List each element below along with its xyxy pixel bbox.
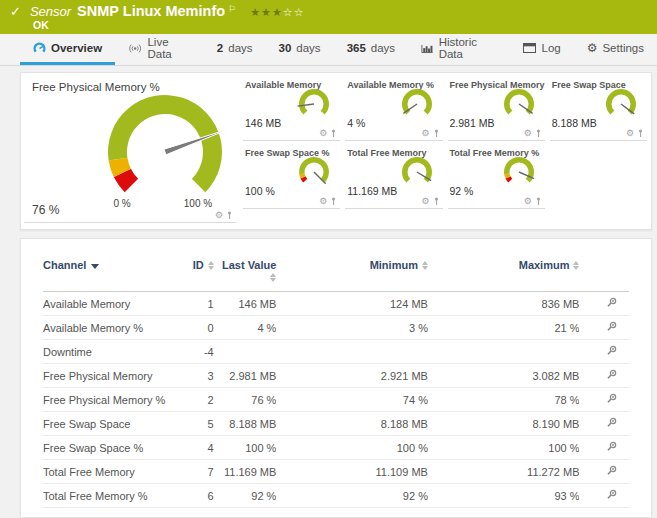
channel-name-cell[interactable]: Free Physical Memory [43,364,169,388]
table-row[interactable]: Free Swap Space % 4 100 % 100 % 100 % [43,436,629,460]
live-data-icon [128,43,142,54]
channel-id-cell: 2 [169,388,213,412]
pin-icon[interactable] [433,129,440,138]
tab-number: 30 [279,42,292,54]
channel-table-panel: Channel ID Last Value Minimum Maximum Av… [20,238,652,518]
priority-stars[interactable]: ★★★☆☆ [250,6,304,19]
gear-icon[interactable]: ⚙ [421,129,429,138]
table-row[interactable]: Available Memory 1 146 MB 124 MB 836 MB [43,292,629,316]
tab-overview[interactable]: Overview [20,34,115,65]
maximum-cell: 3.082 MB [428,364,580,388]
gear-icon[interactable]: ⚙ [626,129,634,138]
sort-icon [573,261,579,270]
table-row[interactable]: Downtime -4 [43,340,629,364]
flag-icon[interactable]: ⚐ [228,4,236,14]
table-row[interactable]: Free Physical Memory 3 2.981 MB 2.921 MB… [43,364,629,388]
main-gauge-tile: Free Physical Memory % 0 % 100 % 76 % ⚙ [24,76,236,223]
maximum-cell: 100 % [428,436,580,460]
pin-icon[interactable] [330,197,337,206]
tab-log[interactable]: Log [510,34,573,65]
channel-id-cell: 7 [169,460,213,484]
pin-icon[interactable] [433,197,440,206]
channel-name-cell[interactable]: Available Memory [43,292,169,316]
channel-name-cell[interactable]: Total Free Memory % [43,484,169,508]
sort-icon [422,261,428,270]
maximum-cell: 836 MB [428,292,580,316]
historic-data-icon [421,43,434,54]
channel-settings-wrench-icon[interactable] [606,393,617,404]
channel-id-cell: 4 [169,436,213,460]
last-value-cell: 4 % [214,316,277,340]
pin-icon[interactable] [535,197,542,206]
overview-gauge-icon [33,42,46,55]
tab-label: Overview [51,42,102,54]
pin-icon[interactable] [535,129,542,138]
tab-2-days[interactable]: 2 days [204,34,266,65]
channel-settings-wrench-icon[interactable] [606,297,617,308]
channel-id-cell: 1 [169,292,213,316]
tab-label: Log [541,42,560,54]
channel-id-cell: 6 [169,484,213,508]
channel-settings-wrench-icon[interactable] [606,369,617,380]
channel-name-cell[interactable]: Downtime [43,340,169,364]
sort-icon [208,261,214,270]
channel-name-cell[interactable]: Free Physical Memory % [43,388,169,412]
channel-table: Channel ID Last Value Minimum Maximum Av… [43,257,629,508]
channel-settings-wrench-icon[interactable] [606,489,617,500]
tab-settings[interactable]: ⚙ Settings [574,34,657,65]
channel-settings-wrench-icon[interactable] [606,321,617,332]
gauge-tile: Available Memory % 4 % ⚙ [345,76,442,141]
table-row[interactable]: Total Free Memory % 6 92 % 92 % 93 % [43,484,629,508]
tab-historic-data[interactable]: Historic Data [408,34,510,65]
gear-icon[interactable]: ⚙ [319,129,327,138]
minimum-cell [276,340,428,364]
gear-icon[interactable]: ⚙ [421,197,429,206]
channel-settings-wrench-icon[interactable] [606,441,617,452]
gauge-min-label: 0 % [104,198,140,209]
gear-icon[interactable]: ⚙ [319,197,327,206]
channel-name-cell[interactable]: Total Free Memory [43,460,169,484]
pin-icon[interactable] [226,211,233,220]
column-header-maximum[interactable]: Maximum [428,257,580,292]
tab-label: Live Data [147,36,190,60]
minimum-cell: 74 % [276,388,428,412]
last-value-cell: 11.169 MB [214,460,277,484]
gauge-chart [598,85,644,125]
last-value-cell: 76 % [214,388,277,412]
table-row[interactable]: Available Memory % 0 4 % 3 % 21 % [43,316,629,340]
minimum-cell: 11.109 MB [276,460,428,484]
column-header-minimum[interactable]: Minimum [276,257,428,292]
gauge-chart [496,153,542,193]
last-value-cell: 92 % [214,484,277,508]
table-row[interactable]: Free Physical Memory % 2 76 % 74 % 78 % [43,388,629,412]
tab-label: days [296,42,320,54]
column-header-channel[interactable]: Channel [43,257,169,292]
minimum-cell: 92 % [276,484,428,508]
gauge-value: 11.169 MB [347,185,397,197]
tab-365-days[interactable]: 365 days [334,34,408,65]
last-value-cell: 100 % [214,436,277,460]
channel-settings-wrench-icon[interactable] [606,345,617,356]
gear-icon[interactable]: ⚙ [524,129,532,138]
settings-gear-icon: ⚙ [587,42,598,54]
channel-name-cell[interactable]: Free Swap Space % [43,436,169,460]
pin-icon[interactable] [330,129,337,138]
table-row[interactable]: Total Free Memory 7 11.169 MB 11.109 MB … [43,460,629,484]
gear-icon[interactable]: ⚙ [215,211,223,220]
tab-live-data[interactable]: Live Data [115,34,204,65]
status-ok-check-icon: ✓ [10,4,21,19]
gauge-tile: Free Swap Space 8.188 MB ⚙ [550,76,647,141]
tab-label: Settings [602,42,644,54]
gauge-max-label: 100 % [176,198,220,209]
pin-icon[interactable] [637,129,644,138]
column-header-last-value[interactable]: Last Value [214,257,277,292]
channel-name-cell[interactable]: Available Memory % [43,316,169,340]
tab-30-days[interactable]: 30 days [266,34,334,65]
gear-icon[interactable]: ⚙ [524,197,532,206]
channel-name-cell[interactable]: Free Swap Space [43,412,169,436]
column-header-id[interactable]: ID [169,257,213,292]
channel-settings-wrench-icon[interactable] [606,465,617,476]
table-row[interactable]: Free Swap Space 5 8.188 MB 8.188 MB 8.19… [43,412,629,436]
gauge-tile: Free Swap Space % 100 % ⚙ [243,144,340,209]
channel-settings-wrench-icon[interactable] [606,417,617,428]
